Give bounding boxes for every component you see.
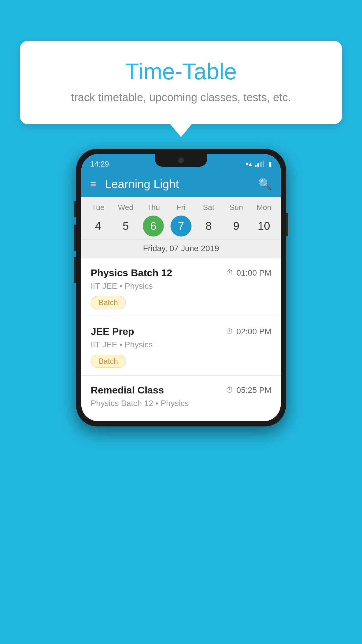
schedule-item-subtitle: Physics Batch 12 • Physics — [91, 399, 271, 408]
schedule-item-subtitle: IIT JEE • Physics — [91, 281, 271, 291]
schedule-item-header: Physics Batch 12⏱01:00 PM — [91, 267, 271, 279]
status-icons: ▾▴ ▮ — [245, 160, 272, 168]
clock-icon: ⏱ — [226, 386, 233, 395]
power-button — [286, 213, 288, 236]
day-name-label: Sun — [230, 203, 243, 212]
calendar-day-mon[interactable]: Mon10 — [251, 203, 276, 237]
day-number[interactable]: 8 — [198, 216, 219, 237]
volume-down-button — [74, 257, 76, 283]
schedule-item-header: Remedial Class⏱05:25 PM — [91, 384, 271, 396]
status-time: 14:29 — [90, 160, 245, 169]
schedule-item-time: ⏱05:25 PM — [226, 386, 271, 395]
day-number[interactable]: 7 — [171, 216, 191, 237]
schedule-item[interactable]: Remedial Class⏱05:25 PMPhysics Batch 12 … — [81, 376, 281, 421]
signal-icon — [255, 161, 264, 167]
time-text: 01:00 PM — [236, 268, 271, 278]
volume-up-button — [74, 225, 76, 251]
calendar-day-sat[interactable]: Sat8 — [196, 203, 221, 237]
app-bar: ≡ Learning Light 🔍 — [81, 171, 281, 197]
day-number[interactable]: 10 — [253, 216, 274, 237]
app-title: Learning Light — [105, 178, 258, 191]
search-icon[interactable]: 🔍 — [258, 178, 272, 190]
day-name-label: Tue — [92, 203, 105, 212]
batch-badge: Batch — [91, 355, 126, 368]
calendar-day-thu[interactable]: Thu6 — [141, 203, 166, 237]
calendar-day-wed[interactable]: Wed5 — [113, 203, 138, 237]
schedule-item-title: JEE Prep — [91, 326, 134, 337]
phone-mockup: 14:29 ▾▴ ▮ ≡ Learning Light 🔍 — [76, 149, 286, 426]
clock-icon: ⏱ — [226, 268, 233, 277]
schedule-item-time: ⏱01:00 PM — [226, 268, 271, 278]
day-number[interactable]: 9 — [226, 216, 247, 237]
time-text: 05:25 PM — [236, 386, 271, 395]
days-header: Tue4Wed5Thu6Fri7Sat8Sun9Mon10 — [81, 203, 281, 239]
calendar-day-fri[interactable]: Fri7 — [168, 203, 194, 237]
day-name-label: Wed — [118, 203, 133, 212]
status-bar: 14:29 ▾▴ ▮ — [81, 154, 281, 171]
day-number[interactable]: 4 — [87, 216, 108, 237]
tooltip-card: Time-Table track timetable, upcoming cla… — [20, 41, 342, 124]
calendar-day-sun[interactable]: Sun9 — [224, 203, 249, 237]
clock-icon: ⏱ — [226, 327, 233, 336]
calendar-day-tue[interactable]: Tue4 — [85, 203, 110, 237]
schedule-item-title: Remedial Class — [91, 384, 164, 396]
time-text: 02:00 PM — [236, 327, 271, 336]
battery-icon: ▮ — [268, 160, 272, 168]
selected-date-label: Friday, 07 June 2019 — [81, 239, 281, 258]
phone-screen: 14:29 ▾▴ ▮ ≡ Learning Light 🔍 — [81, 154, 281, 421]
batch-badge: Batch — [91, 296, 126, 309]
calendar-strip: Tue4Wed5Thu6Fri7Sat8Sun9Mon10 Friday, 07… — [81, 197, 281, 258]
day-number[interactable]: 6 — [143, 216, 164, 237]
schedule-item-header: JEE Prep⏱02:00 PM — [91, 326, 271, 337]
day-name-label: Fri — [177, 203, 185, 212]
schedule-list: Physics Batch 12⏱01:00 PMIIT JEE • Physi… — [81, 258, 281, 421]
day-name-label: Mon — [256, 203, 271, 212]
schedule-item-time: ⏱02:00 PM — [226, 327, 271, 336]
schedule-item[interactable]: JEE Prep⏱02:00 PMIIT JEE • PhysicsBatch — [81, 317, 281, 376]
schedule-item[interactable]: Physics Batch 12⏱01:00 PMIIT JEE • Physi… — [81, 258, 281, 317]
hamburger-icon[interactable]: ≡ — [90, 179, 96, 189]
schedule-item-subtitle: IIT JEE • Physics — [91, 340, 271, 349]
day-name-label: Thu — [147, 203, 160, 212]
mute-button — [74, 201, 76, 217]
phone-frame: 14:29 ▾▴ ▮ ≡ Learning Light 🔍 — [76, 149, 286, 426]
wifi-icon: ▾▴ — [245, 160, 252, 168]
day-number[interactable]: 5 — [115, 216, 136, 237]
schedule-item-title: Physics Batch 12 — [91, 267, 172, 279]
tooltip-subtitle: track timetable, upcoming classes, tests… — [40, 91, 322, 104]
tooltip-title: Time-Table — [40, 58, 322, 85]
day-name-label: Sat — [203, 203, 214, 212]
